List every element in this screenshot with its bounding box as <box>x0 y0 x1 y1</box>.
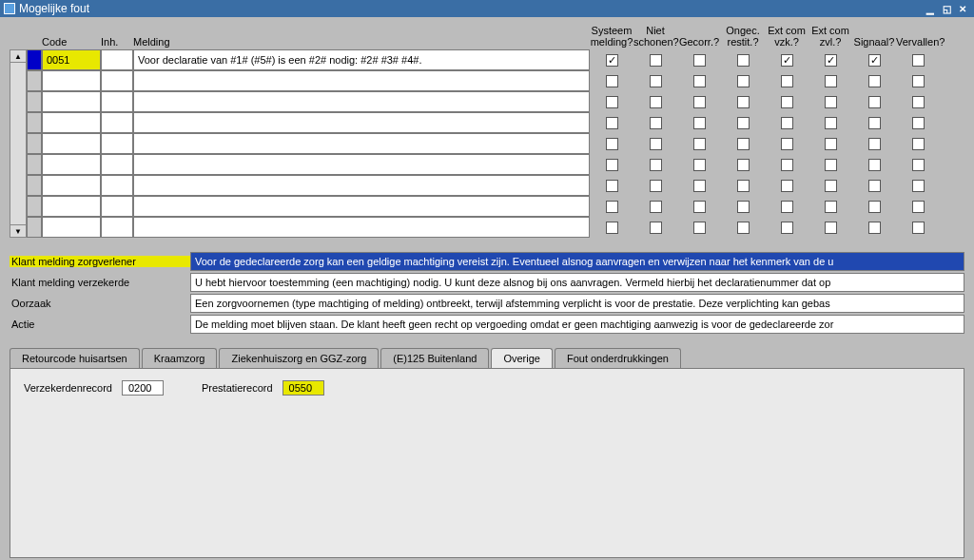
checkbox[interactable] <box>781 75 793 87</box>
checkbox[interactable] <box>650 117 662 129</box>
row-handle[interactable] <box>27 217 42 238</box>
checkbox[interactable] <box>868 159 881 171</box>
scrollbar[interactable]: ▲ ▼ <box>10 49 27 238</box>
cell-melding[interactable] <box>133 217 590 238</box>
checkbox[interactable] <box>737 54 750 67</box>
checkbox[interactable] <box>868 75 881 87</box>
checkbox[interactable] <box>650 96 662 108</box>
checkbox[interactable] <box>912 96 925 108</box>
checkbox[interactable] <box>606 54 618 67</box>
checkbox[interactable] <box>825 54 837 67</box>
cell-inh[interactable] <box>101 112 133 133</box>
checkbox[interactable] <box>781 117 793 129</box>
checkbox[interactable] <box>606 222 618 234</box>
checkbox[interactable] <box>650 201 662 213</box>
checkbox[interactable] <box>868 96 881 108</box>
cell-inh[interactable] <box>101 196 133 217</box>
row-handle[interactable] <box>27 112 42 133</box>
table-row[interactable] <box>27 154 940 175</box>
checkbox[interactable] <box>693 96 706 108</box>
checkbox[interactable] <box>737 201 750 213</box>
checkbox[interactable] <box>868 117 881 129</box>
row-handle[interactable] <box>27 91 42 112</box>
checkbox[interactable] <box>781 138 793 150</box>
cell-code[interactable] <box>42 133 101 154</box>
scroll-up-icon[interactable]: ▲ <box>10 49 27 63</box>
cell-code[interactable] <box>42 175 101 196</box>
checkbox[interactable] <box>606 96 618 108</box>
table-row[interactable]: 0051Voor declaratie van #1# (#5#) is een… <box>27 49 940 70</box>
cell-inh[interactable] <box>101 133 133 154</box>
restore-icon[interactable]: ◱ <box>939 2 954 15</box>
checkbox[interactable] <box>606 75 618 87</box>
cell-inh[interactable] <box>101 217 133 238</box>
cell-melding[interactable]: Voor declaratie van #1# (#5#) is een #2#… <box>133 49 590 70</box>
checkbox[interactable] <box>781 180 793 192</box>
checkbox[interactable] <box>825 75 837 87</box>
cell-melding[interactable] <box>133 112 590 133</box>
checkbox[interactable] <box>868 222 881 234</box>
tab--e-125-buitenland[interactable]: (E)125 Buitenland <box>380 348 489 368</box>
cell-code[interactable] <box>42 154 101 175</box>
field-prestatierecord[interactable]: 0550 <box>282 380 324 396</box>
checkbox[interactable] <box>825 138 837 150</box>
checkbox[interactable] <box>693 117 706 129</box>
row-handle[interactable] <box>27 175 42 196</box>
minimize-icon[interactable]: ▁ <box>923 2 938 15</box>
checkbox[interactable] <box>650 54 662 67</box>
row-handle[interactable] <box>27 49 42 70</box>
checkbox[interactable] <box>912 75 925 87</box>
cell-melding[interactable] <box>133 133 590 154</box>
checkbox[interactable] <box>737 96 750 108</box>
cell-inh[interactable] <box>101 175 133 196</box>
row-handle[interactable] <box>27 196 42 217</box>
cell-melding[interactable] <box>133 196 590 217</box>
field-klant-melding-zorgverlener[interactable]: Voor de gedeclareerde zorg kan een geldi… <box>190 252 964 271</box>
checkbox[interactable] <box>912 159 925 171</box>
cell-melding[interactable] <box>133 70 590 91</box>
row-handle[interactable] <box>27 154 42 175</box>
tab-fout-onderdrukkingen[interactable]: Fout onderdrukkingen <box>555 348 681 368</box>
checkbox[interactable] <box>912 180 925 192</box>
checkbox[interactable] <box>693 222 706 234</box>
checkbox[interactable] <box>737 222 750 234</box>
cell-melding[interactable] <box>133 154 590 175</box>
checkbox[interactable] <box>693 138 706 150</box>
checkbox[interactable] <box>650 180 662 192</box>
table-row[interactable] <box>27 70 940 91</box>
checkbox[interactable] <box>737 75 750 87</box>
checkbox[interactable] <box>912 222 925 234</box>
cell-code[interactable] <box>42 91 101 112</box>
checkbox[interactable] <box>606 201 618 213</box>
table-row[interactable] <box>27 175 940 196</box>
checkbox[interactable] <box>868 54 881 67</box>
cell-melding[interactable] <box>133 91 590 112</box>
cell-code[interactable] <box>42 196 101 217</box>
checkbox[interactable] <box>825 222 837 234</box>
checkbox[interactable] <box>912 138 925 150</box>
checkbox[interactable] <box>737 117 750 129</box>
checkbox[interactable] <box>912 54 925 67</box>
checkbox[interactable] <box>693 75 706 87</box>
checkbox[interactable] <box>693 201 706 213</box>
checkbox[interactable] <box>606 138 618 150</box>
checkbox[interactable] <box>737 159 750 171</box>
field-oorzaak[interactable]: Een zorgvoornemen (type machtiging of me… <box>190 294 964 313</box>
scroll-down-icon[interactable]: ▼ <box>10 224 27 238</box>
checkbox[interactable] <box>606 117 618 129</box>
checkbox[interactable] <box>693 180 706 192</box>
checkbox[interactable] <box>825 96 837 108</box>
cell-code[interactable]: 0051 <box>42 49 101 70</box>
checkbox[interactable] <box>650 222 662 234</box>
checkbox[interactable] <box>781 54 793 67</box>
tab-retourcode-huisartsen[interactable]: Retourcode huisartsen <box>10 348 140 368</box>
cell-inh[interactable] <box>101 70 133 91</box>
table-row[interactable] <box>27 217 940 238</box>
checkbox[interactable] <box>781 96 793 108</box>
checkbox[interactable] <box>825 180 837 192</box>
field-actie[interactable]: De melding moet blijven staan. De klant … <box>190 315 964 334</box>
row-handle[interactable] <box>27 70 42 91</box>
checkbox[interactable] <box>693 159 706 171</box>
cell-inh[interactable] <box>101 91 133 112</box>
field-klant-melding-verzekerde[interactable]: U hebt hiervoor toestemming (een machtig… <box>190 273 964 292</box>
